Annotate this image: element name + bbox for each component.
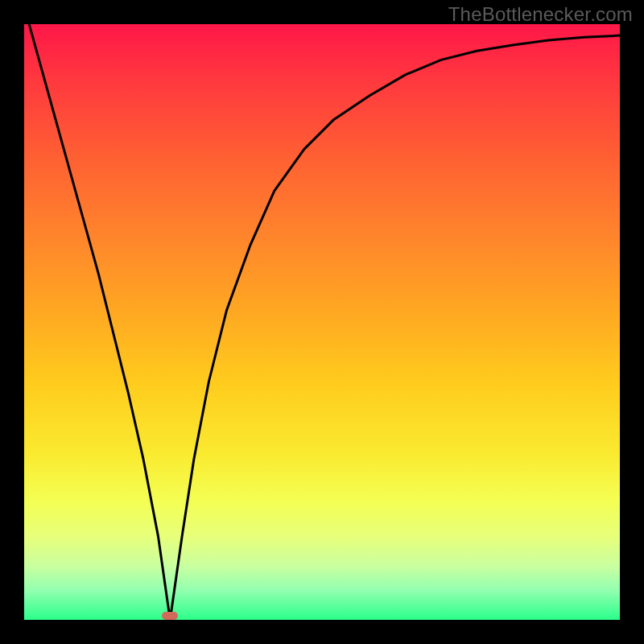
chart-frame: TheBottlenecker.com: [0, 0, 644, 644]
minimum-marker: [162, 612, 178, 620]
gradient-background: [24, 24, 620, 620]
watermark-text: TheBottlenecker.com: [448, 3, 633, 26]
